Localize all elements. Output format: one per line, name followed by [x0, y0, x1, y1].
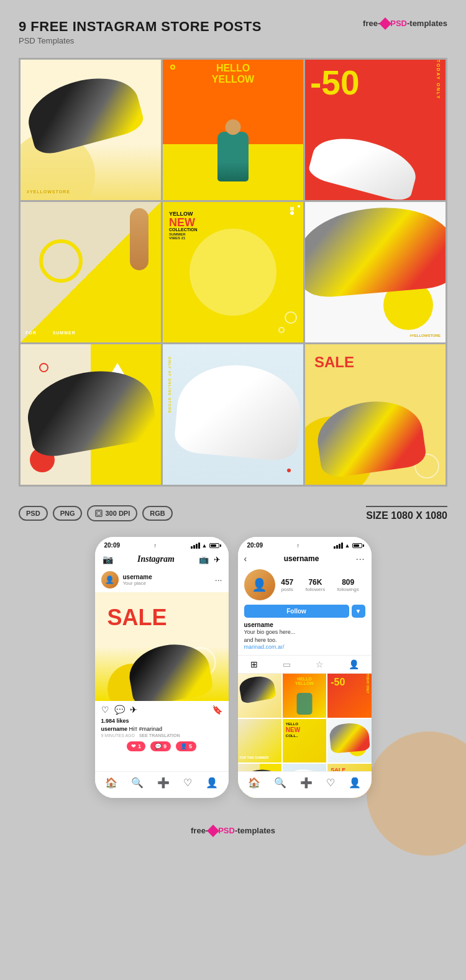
badge-rgb: RGB [142, 506, 172, 521]
post-caption: username Hi!! #marinad [95, 725, 229, 733]
sneaker-image [21, 67, 146, 157]
heart-nav-icon[interactable]: ♡ [183, 777, 192, 789]
back-button[interactable]: ‹ [244, 554, 247, 564]
grid-cell-2: HELLOYELLOW [163, 60, 303, 200]
page-footer: free- PSD -templates [19, 817, 447, 841]
share-icon[interactable]: ✈ [130, 705, 137, 715]
grid-tab-icon[interactable]: ⊞ [250, 659, 258, 669]
cell-title-2: HELLOYELLOW [163, 63, 303, 85]
pg-shoe-1 [238, 674, 276, 704]
brand-logo: free- PSD -templates [363, 19, 447, 28]
heart-notif-icon: ❤ [131, 743, 136, 749]
notif-comment: 💬 9 [150, 741, 171, 751]
add-nav-icon[interactable]: ➕ [157, 777, 170, 789]
comment-notif-icon: 💬 [155, 743, 162, 749]
bookmark-icon[interactable]: 🔖 [212, 705, 222, 715]
bio-link[interactable]: marinad.com.ar/ [244, 644, 365, 650]
follow-button[interactable]: Follow [244, 605, 349, 618]
posts-count: 457 [281, 578, 293, 587]
post-place: Your place [123, 580, 152, 586]
notif-follow: 👤 5 [176, 741, 196, 751]
battery-icon [209, 543, 219, 548]
profile-nav-icon[interactable]: 👤 [206, 777, 218, 789]
follow-notif-icon: 👤 [180, 743, 187, 749]
status-bar-right: 20:09 ↑ ▲ [238, 537, 372, 551]
grid-cell-9: SALE [305, 344, 445, 485]
home-nav-icon[interactable]: 🏠 [105, 777, 117, 789]
follow-dropdown[interactable]: ▼ [352, 605, 365, 618]
heart-nav-right[interactable]: ♡ [326, 777, 335, 789]
blue-sneaker [173, 360, 303, 462]
grid-cell-1: #YELLOWSTORE [21, 60, 161, 200]
status-icons-left: ▲ [191, 543, 219, 549]
profile-grid-item-6[interactable] [327, 719, 371, 762]
grid-cell-6: #YELLOWSTORE [305, 202, 445, 342]
page-header: 9 FREE INSTAGRAM STORE POSTS PSD Templat… [19, 19, 447, 45]
template-grid: #YELLOWSTORE HELLOYELLOW -50 [19, 58, 447, 487]
footer-logo-templates: -templates [235, 826, 275, 835]
cell-text-5: YELLOW NEW COLLECTION SUMMER VIBES 21 [169, 211, 198, 240]
profile-topbar: ‹ username ··· [238, 551, 372, 566]
wifi-icon-right: ▲ [345, 543, 350, 549]
stat-followings: 809 followings [337, 578, 359, 592]
search-nav-icon[interactable]: 🔍 [131, 777, 144, 789]
gps-icon-right: ↑ [297, 543, 300, 549]
status-icons-right: ▲ [334, 543, 362, 549]
arm-shape [130, 208, 148, 270]
badge-psd: PSD [19, 506, 48, 521]
logo-free-text: free- [363, 19, 380, 28]
caption-username: username [101, 726, 128, 732]
grid-cell-3: -50 TODAY ONLY [305, 60, 445, 200]
footer-logo-psd: PSD [218, 826, 235, 835]
cell-label-1: #YELLOWSTORE [27, 190, 70, 194]
grid-cell-5: YELLOW NEW COLLECTION SUMMER VIBES 21 [163, 202, 303, 342]
profile-grid-item-3[interactable]: -50 TODAY ONLY [327, 674, 371, 717]
profile-grid-item-2[interactable]: HELLOYELLOW [283, 674, 326, 717]
profile-grid-item-4[interactable]: FOR THIS SUMMER [238, 719, 281, 762]
more-menu-icon[interactable]: ··· [215, 575, 222, 585]
grid-cell-7 [21, 344, 161, 485]
followers-label: followers [306, 587, 326, 592]
followers-count: 76K [306, 578, 326, 587]
post-username: username [123, 574, 152, 580]
camera-icon[interactable]: 📷 [103, 554, 113, 564]
time-left: 20:09 [104, 542, 121, 549]
profile-grid-item-5[interactable]: YELLONEWCOLL.. [283, 719, 326, 762]
send-icon[interactable]: ✈ [214, 555, 221, 564]
logo-diamond-icon [379, 17, 391, 30]
signal-icon [191, 543, 200, 549]
signal-icon-right [334, 543, 343, 549]
footer-diamond-icon [207, 825, 219, 837]
badge-png: PNG [53, 506, 83, 521]
profile-avatar: 👤 [244, 569, 275, 600]
post-image: SALE [95, 592, 229, 701]
white-sneaker [307, 129, 421, 200]
gps-icon: ↑ [154, 543, 157, 549]
add-nav-right[interactable]: ➕ [300, 777, 313, 789]
search-nav-right[interactable]: 🔍 [274, 777, 286, 789]
grid-cell-4: FOR THIS SUMMER [21, 202, 161, 342]
badge-dpi: 300 DPI [87, 505, 137, 521]
sale-label: SALE [314, 354, 354, 371]
phone-left: 20:09 ↑ ▲ 📷 Inst [95, 537, 229, 798]
user-tag-tab-icon[interactable]: 👤 [349, 659, 359, 669]
like-icon[interactable]: ♡ [101, 705, 109, 715]
list-tab-icon[interactable]: ▭ [283, 659, 291, 669]
notification-bar: ❤ 1 💬 9 👤 5 [95, 738, 229, 754]
profile-nav-right[interactable]: 👤 [349, 777, 361, 789]
notif-heart: ❤ 1 [127, 741, 145, 751]
badges-row: PSD PNG 300 DPI RGB SIZE 1080 X 1080 [19, 505, 447, 521]
post-time: 9 MINUTES AGO SEE TRANSLATION [95, 733, 229, 738]
comment-icon[interactable]: 💬 [114, 705, 125, 715]
footer-logo-free: free- [191, 826, 208, 835]
profile-top-row: 👤 457 posts 76K followers 809 followings [238, 566, 372, 602]
see-translation[interactable]: SEE TRANSLATION [139, 733, 180, 738]
page-subtitle: PSD Templates [19, 36, 262, 45]
profile-grid-item-1[interactable] [238, 674, 281, 717]
tag-tab-icon[interactable]: ☆ [316, 659, 324, 669]
tv-icon[interactable]: 📺 [199, 555, 209, 564]
home-nav-right[interactable]: 🏠 [248, 777, 260, 789]
profile-more-icon[interactable]: ··· [356, 554, 365, 564]
profile-username: username [284, 554, 319, 563]
phone-right: 20:09 ↑ ▲ ‹ usern [238, 537, 372, 798]
